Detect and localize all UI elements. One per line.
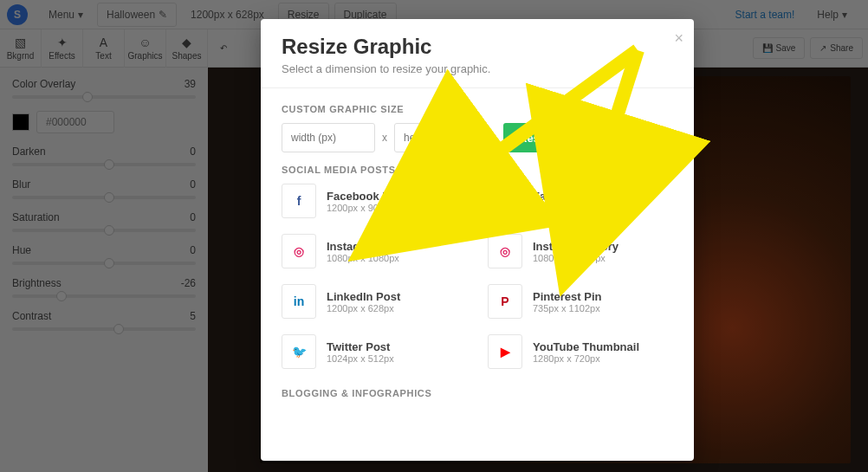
- option-size: 1080px x 1920px: [533, 253, 619, 263]
- option-name: Instagram Story: [533, 240, 619, 253]
- dimension-x: x: [382, 132, 387, 144]
- option-size: 735px x 1102px: [533, 303, 601, 314]
- option-size: 1200px x 900px: [327, 203, 406, 213]
- option-size: 1080px x 1080px: [327, 253, 408, 263]
- option-name: YouTube Thumbnail: [533, 340, 639, 353]
- width-input[interactable]: [282, 123, 375, 152]
- option-size: 1280px x 720px: [533, 353, 639, 364]
- resize-modal: × Resize Graphic Select a dimension to r…: [261, 19, 694, 461]
- option-size: 1200px x 628px: [533, 203, 612, 213]
- modal-subtitle: Select a dimension to resize your graphi…: [282, 62, 673, 75]
- size-option-instagram-post[interactable]: ◎Instagram Post1080px x 1080px: [282, 234, 467, 268]
- size-option-instagram-story[interactable]: ◎Instagram Story1080px x 1920px: [488, 234, 673, 268]
- option-size: 1024px x 512px: [327, 353, 394, 364]
- instagram-story-icon: ◎: [488, 234, 522, 268]
- facebook-link-icon: f: [488, 184, 522, 218]
- instagram-post-icon: ◎: [282, 234, 316, 268]
- modal-title: Resize Graphic: [282, 35, 673, 59]
- pinterest-pin-icon: P: [488, 284, 522, 319]
- close-icon: ×: [674, 29, 683, 47]
- option-name: LinkedIn Post: [327, 290, 400, 303]
- option-size: 1200px x 628px: [327, 303, 400, 314]
- blogging-label: BLOGGING & INFOGRAPHICS: [282, 388, 673, 398]
- size-option-twitter-post[interactable]: 🐦Twitter Post1024px x 512px: [282, 334, 467, 369]
- linkedin-post-icon: in: [282, 284, 316, 319]
- size-option-youtube-thumbnail[interactable]: ▶YouTube Thumbnail1280px x 720px: [488, 334, 673, 369]
- option-name: Facebook Post: [327, 190, 406, 203]
- size-option-facebook-post[interactable]: fFacebook Post1200px x 900px: [282, 184, 467, 218]
- close-button[interactable]: ×: [674, 29, 683, 48]
- option-name: Instagram Post: [327, 240, 408, 253]
- option-name: Facebook Link: [533, 190, 612, 203]
- custom-size-label: CUSTOM GRAPHIC SIZE: [282, 104, 673, 114]
- option-name: Twitter Post: [327, 340, 394, 353]
- option-name: Pinterest Pin: [533, 290, 601, 303]
- facebook-post-icon: f: [282, 184, 316, 218]
- size-option-linkedin-post[interactable]: inLinkedIn Post1200px x 628px: [282, 284, 467, 319]
- resize-submit-button[interactable]: Resize: [503, 123, 570, 152]
- twitter-post-icon: 🐦: [282, 334, 316, 369]
- social-posts-label: SOCIAL MEDIA POSTS: [282, 165, 673, 175]
- youtube-thumbnail-icon: ▶: [488, 334, 522, 369]
- size-option-facebook-link[interactable]: fFacebook Link1200px x 628px: [488, 184, 673, 218]
- height-input[interactable]: [394, 123, 488, 152]
- size-option-pinterest-pin[interactable]: PPinterest Pin735px x 1102px: [488, 284, 673, 319]
